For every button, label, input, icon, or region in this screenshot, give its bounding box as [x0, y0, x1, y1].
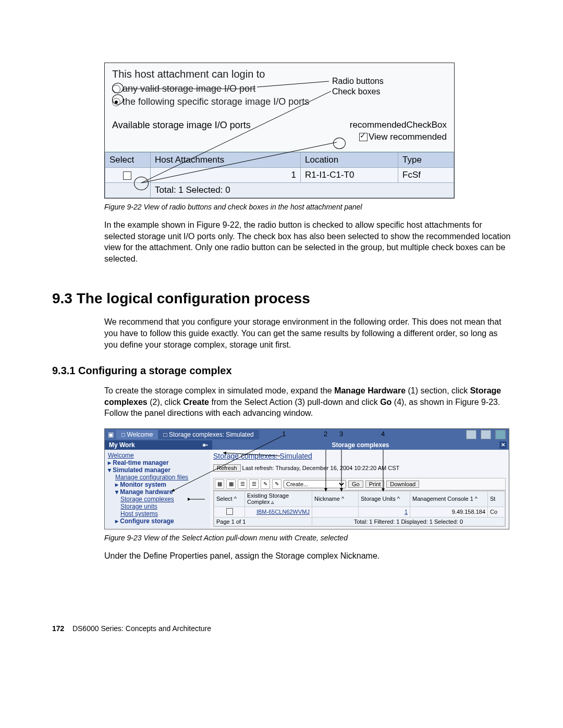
para-recommend: We recommend that you configure your sto…	[104, 316, 511, 350]
col-storage-units[interactable]: Storage Units ^	[359, 491, 410, 507]
nav-manage-hardware[interactable]: ▾ Manage hardware	[108, 488, 207, 496]
nav-welcome[interactable]: Welcome	[108, 452, 134, 459]
content-title: Storage complexes: Simulated	[213, 452, 506, 460]
figure-9-23-caption: Figure 9-23 View of the Select Action pu…	[104, 534, 516, 542]
recommended-checkbox-label: recommendedCheckBox	[350, 120, 447, 130]
section-heading-9-3: 9.3 The logical configuration process	[52, 290, 516, 307]
table-row: 1 R1-I1-C1-T0 FcSf	[105, 168, 454, 183]
nav-host-systems[interactable]: Host systems	[120, 510, 158, 517]
table-footer: Total: 1 Selected: 0	[105, 183, 454, 198]
mywork-header: My Work ⇤	[105, 440, 212, 450]
callout-1: 1	[282, 430, 286, 438]
select-action-dropdown[interactable]: Create...	[284, 480, 346, 488]
col-st[interactable]: St	[488, 491, 505, 507]
table-row: IBM-65CLN62WVMJ 1 9.49.158.184 Co	[214, 507, 505, 517]
toolbar-icon[interactable]: ▦	[226, 479, 236, 489]
row-checkbox[interactable]	[123, 171, 131, 180]
print-button[interactable]: Print	[365, 480, 385, 488]
toolbar: ▦ ▦ ☰ ☰ ✎ ✎ Create... Go Print Download	[213, 478, 506, 490]
view-recommended-check[interactable]: View recommended	[359, 131, 447, 142]
help-icon[interactable]	[495, 430, 506, 439]
available-ports-label: Available storage image I/O ports	[112, 120, 251, 142]
go-button[interactable]: Go	[348, 480, 363, 488]
topbar-icons	[466, 430, 506, 439]
nav-realtime-manager[interactable]: ▸ Real-time manager	[108, 459, 207, 466]
storage-complex-grid: Select ^ Existing Storage Complex ▵ Nick…	[213, 490, 506, 527]
col-mgmt-console[interactable]: Management Console 1 ^	[410, 491, 488, 507]
anno-radio-buttons: Radio buttons	[332, 77, 384, 86]
figure-9-23-panel: ▣ □ Welcome □ Storage complexes: Simulat…	[104, 428, 509, 529]
ports-table: Select Host Attachments Location Type 1 …	[105, 152, 454, 198]
nav-storage-units[interactable]: Storage units	[120, 503, 157, 510]
download-button[interactable]: Download	[386, 480, 419, 488]
col-select: Select	[105, 153, 151, 168]
radio-specific-ports[interactable]: the following specific storage image I/O…	[105, 96, 454, 109]
app-icon: ▣	[105, 431, 116, 438]
page-footer: 172 DS6000 Series: Concepts and Architec…	[52, 624, 516, 633]
callout-4: 4	[381, 430, 385, 438]
tab-welcome[interactable]: □ Welcome	[116, 430, 158, 439]
nav-tree: Welcome ▸ Real-time manager ▾ Simulated …	[105, 450, 210, 529]
tab-storage-complexes[interactable]: □ Storage complexes: Simulated	[158, 430, 259, 439]
toolbar-icon[interactable]: ☰	[238, 479, 247, 489]
last-refresh-text: Last refresh: Thursday, December 16, 200…	[242, 465, 400, 471]
panel-title: This host attachment can login to	[105, 63, 454, 83]
exit-icon[interactable]	[481, 430, 491, 439]
checkbox-icon	[359, 133, 368, 141]
para-create-complex: To create the storage complex in simulat…	[104, 385, 511, 419]
close-icon[interactable]: ✕	[499, 441, 507, 449]
col-select[interactable]: Select ^	[214, 491, 245, 507]
toolbar-icon[interactable]: ✎	[261, 479, 270, 489]
callout-2: 2	[324, 430, 327, 438]
col-type: Type	[398, 153, 454, 168]
para-example: In the example shown in Figure 9-22, the…	[104, 219, 511, 264]
storage-complexes-bar: Storage complexes ✕	[212, 440, 509, 450]
subsection-heading-9-3-1: 9.3.1 Configuring a storage complex	[52, 365, 516, 377]
anno-check-boxes: Check boxes	[332, 87, 381, 96]
grid-status-row: Page 1 of 1 Total: 1 Filtered: 1 Display…	[214, 517, 505, 526]
ring-annotation	[333, 138, 346, 149]
callout-3: 3	[339, 430, 343, 438]
nav-simulated-manager[interactable]: ▾ Simulated manager	[108, 466, 207, 474]
para-define-props: Under the Define Properties panel, assig…	[104, 550, 511, 562]
collapse-icon[interactable]: ⇤	[203, 441, 208, 449]
nav-storage-complexes[interactable]: Storage complexes	[120, 496, 174, 503]
toolbar-icon[interactable]: ☰	[249, 479, 259, 489]
nav-manage-config-files[interactable]: Manage configuration files	[115, 474, 188, 481]
toolbar-icon[interactable]: ✎	[272, 479, 282, 489]
toolbar-icon[interactable]: ▦	[215, 479, 224, 489]
figure-9-22-panel: This host attachment can login to any va…	[104, 63, 455, 199]
ring-annotation	[134, 177, 149, 190]
ring-annotation	[112, 83, 124, 93]
col-esc[interactable]: Existing Storage Complex ▵	[245, 491, 312, 507]
radio-any-port[interactable]: any valid storage image I/O port	[105, 83, 454, 96]
topbar: ▣ □ Welcome □ Storage complexes: Simulat…	[105, 429, 509, 440]
ring-annotation	[112, 94, 124, 105]
refresh-button[interactable]: Refresh	[213, 464, 241, 472]
window-icon[interactable]	[466, 430, 476, 439]
nav-monitor-system[interactable]: ▸ Monitor system	[108, 481, 207, 488]
col-location: Location	[301, 153, 398, 168]
col-host: Host Attachments	[151, 153, 301, 168]
figure-9-22-caption: Figure 9-22 View of radio buttons and ch…	[104, 203, 516, 211]
nav-configure-storage[interactable]: ▸ Configure storage	[108, 517, 207, 525]
row-checkbox[interactable]	[226, 508, 233, 515]
col-nickname[interactable]: Nickname ^	[312, 491, 359, 507]
